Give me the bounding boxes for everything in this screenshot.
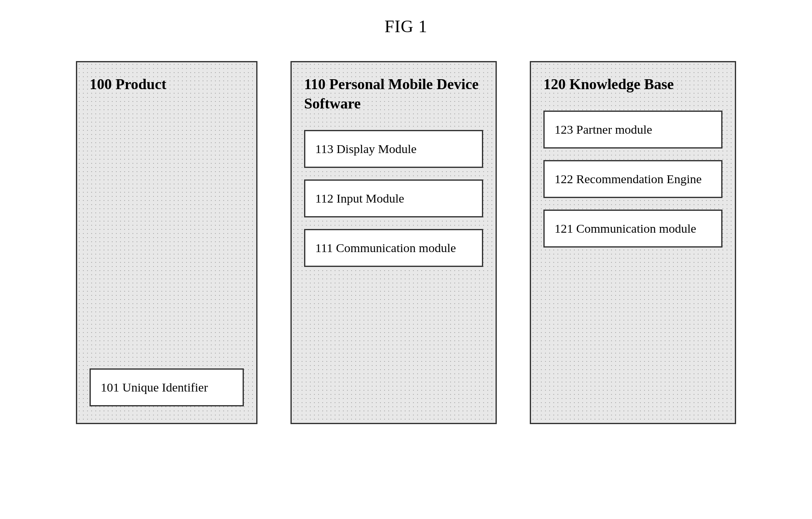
partner-module-box: 123 Partner module <box>543 111 722 149</box>
communication-module-box-knowledge: 121 Communication module <box>543 210 722 248</box>
product-box: 100 Product 101 Unique Identifier <box>76 61 257 424</box>
mobile-box: 110 Personal Mobile Device Software 113 … <box>290 61 497 424</box>
unique-identifier-box: 101 Unique Identifier <box>90 368 244 406</box>
figure-title: FIG 1 <box>385 17 427 36</box>
knowledge-box: 120 Knowledge Base 123 Partner module 12… <box>530 61 736 424</box>
diagram: 100 Product 101 Unique Identifier 110 Pe… <box>25 61 787 424</box>
product-box-title: 100 Product <box>90 75 244 94</box>
mobile-box-title: 110 Personal Mobile Device Software <box>304 75 483 113</box>
display-module-box: 113 Display Module <box>304 130 483 168</box>
knowledge-box-title: 120 Knowledge Base <box>543 75 722 94</box>
communication-module-box-mobile: 111 Communication module <box>304 229 483 267</box>
recommendation-engine-box: 122 Recommendation Engine <box>543 160 722 198</box>
input-module-box: 112 Input Module <box>304 179 483 217</box>
